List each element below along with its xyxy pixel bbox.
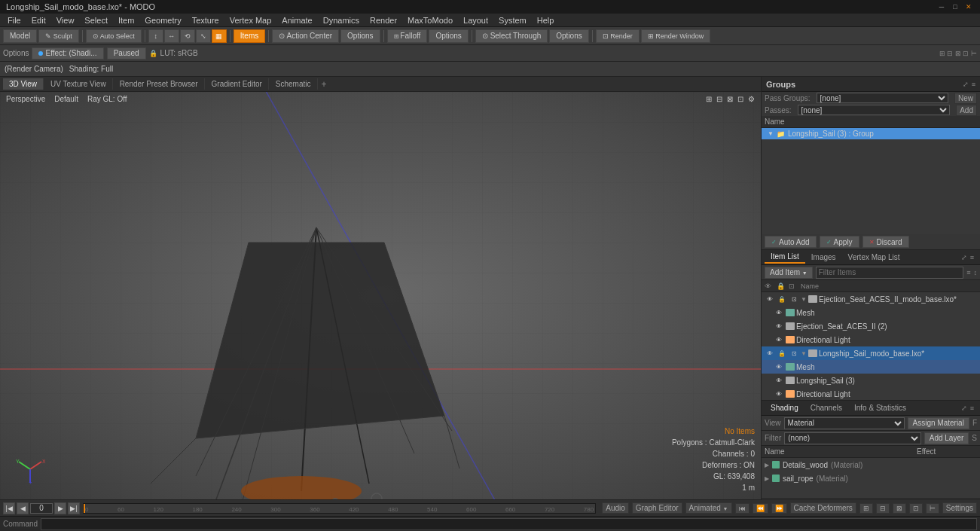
- tab-schematic[interactable]: Schematic: [270, 78, 318, 90]
- tab-uv-texture[interactable]: UV Texture View: [44, 78, 113, 90]
- auto-add-button[interactable]: ✓ Auto Add: [765, 236, 817, 248]
- item-ejection-seat-group[interactable]: 👁 🔒 ⊡ ▼ Ejection_Seat_ACES_II_modo_base.…: [762, 292, 980, 306]
- groups-expand-icon[interactable]: ⤢: [963, 81, 969, 88]
- menu-layout[interactable]: Layout: [459, 15, 493, 26]
- menu-dynamics[interactable]: Dynamics: [319, 15, 364, 26]
- falloff-button[interactable]: ⧆ Falloff: [387, 29, 428, 43]
- tab-gradient-editor[interactable]: Gradient Editor: [206, 78, 269, 90]
- action-center-button[interactable]: ⊙ Action Center: [272, 29, 339, 43]
- item-mesh-1[interactable]: 👁 Mesh: [762, 306, 980, 319]
- transform-btn-4[interactable]: ⤡: [196, 29, 211, 43]
- animated-button[interactable]: Animated ▼: [685, 502, 732, 514]
- menu-animate[interactable]: Animate: [277, 15, 316, 26]
- passes-select[interactable]: [none]: [798, 105, 951, 115]
- transform-btn-3[interactable]: ⟲: [180, 29, 195, 43]
- menu-vertex-map[interactable]: Vertex Map: [225, 15, 276, 26]
- timeline-frame-input[interactable]: [30, 503, 53, 514]
- timeline-prev-button[interactable]: ◀: [17, 502, 29, 514]
- eye-icon-6[interactable]: 👁: [774, 364, 784, 371]
- menu-max-to-modo[interactable]: MaxToModo: [403, 15, 457, 26]
- maximize-button[interactable]: □: [950, 2, 960, 12]
- shading-options-icon[interactable]: ≡: [970, 404, 974, 412]
- transport-icons-3[interactable]: ⏩: [771, 503, 787, 514]
- shading-item-details-wood[interactable]: ▶ Details_wood (Material): [762, 458, 980, 471]
- menu-view[interactable]: View: [52, 15, 79, 26]
- close-button[interactable]: ✕: [963, 2, 974, 12]
- discard-button[interactable]: ✕ Discard: [862, 236, 909, 248]
- transform-btn-1[interactable]: ↕: [148, 29, 163, 43]
- command-input[interactable]: [41, 518, 977, 530]
- add-item-button[interactable]: Add Item ▼: [765, 267, 813, 279]
- paused-button[interactable]: Paused: [107, 47, 146, 60]
- effect-button[interactable]: Effect: (Shadi...: [32, 47, 103, 60]
- shading-item-sail-rope[interactable]: ▶ sail_rope (Material): [762, 471, 980, 485]
- new-button[interactable]: New: [954, 93, 977, 104]
- eye-icon-1[interactable]: 👁: [765, 296, 775, 303]
- audio-button[interactable]: Audio: [602, 502, 629, 514]
- viewport-icon-4[interactable]: ⊡: [737, 95, 743, 103]
- timeline-start-button[interactable]: |◀: [3, 502, 15, 514]
- eye-icon-3[interactable]: 👁: [774, 323, 784, 330]
- eye-icon-4[interactable]: 👁: [774, 337, 784, 343]
- cache-deformers-button[interactable]: Cache Deformers: [790, 502, 856, 514]
- transport-icons-1[interactable]: ⏮: [735, 503, 750, 514]
- menu-geometry[interactable]: Geometry: [140, 15, 185, 26]
- viewport-icon-1[interactable]: ⊞: [706, 95, 712, 103]
- transform-btn-2[interactable]: ↔: [164, 29, 179, 43]
- details-wood-expand-icon[interactable]: ▶: [765, 462, 769, 468]
- view-material-select[interactable]: Material: [784, 417, 905, 429]
- item-list-expand-icon[interactable]: ⤢: [961, 254, 967, 261]
- filter-options-icon[interactable]: ≡: [966, 269, 970, 276]
- add-button[interactable]: Add: [956, 105, 977, 116]
- eye-icon-2[interactable]: 👁: [774, 310, 784, 316]
- lock-icon-2[interactable]: 🔒: [777, 350, 787, 357]
- eye-icon-7[interactable]: 👁: [774, 377, 784, 384]
- eye-icon-8[interactable]: 👁: [774, 391, 784, 398]
- item-ejection-seat-2[interactable]: 👁 Ejection_Seat_ACES_II (2): [762, 319, 980, 333]
- menu-render[interactable]: Render: [365, 15, 401, 26]
- item-mesh-2[interactable]: 👁 Mesh: [762, 360, 980, 374]
- viewport-icon-2[interactable]: ⊟: [716, 95, 722, 103]
- tab-channels[interactable]: Channels: [804, 402, 848, 414]
- expand-icon-1[interactable]: ▼: [801, 296, 807, 303]
- title-bar-controls[interactable]: ─ □ ✕: [936, 2, 974, 12]
- sculpt-mode-button[interactable]: ✎ Sculpt: [38, 29, 79, 43]
- lock-icon-1[interactable]: 🔒: [777, 296, 787, 303]
- timeline-next-button[interactable]: ▶|: [68, 502, 80, 514]
- tab-vertex-map[interactable]: Vertex Map List: [842, 252, 906, 263]
- item-list-options-icon[interactable]: ≡: [970, 254, 974, 261]
- controller-icons-4[interactable]: ⊡: [909, 503, 923, 514]
- tab-item-list[interactable]: Item List: [765, 251, 805, 264]
- menu-help[interactable]: Help: [533, 15, 559, 26]
- tab-info-stats[interactable]: Info & Statistics: [848, 402, 912, 414]
- tab-render-preset[interactable]: Render Preset Browser: [114, 78, 205, 90]
- groups-options-icon[interactable]: ≡: [972, 81, 975, 88]
- render-button[interactable]: ⊡ Render: [596, 29, 640, 43]
- viewport-icon-5[interactable]: ⚙: [748, 95, 755, 103]
- groups-longship-item[interactable]: ▼ 📁 Longship_Sail (3) : Group: [762, 128, 980, 139]
- menu-edit[interactable]: Edit: [27, 15, 50, 26]
- filter-select[interactable]: (none): [784, 432, 921, 444]
- transport-icons-2[interactable]: ⏪: [753, 503, 768, 514]
- timeline-play-button[interactable]: ▶: [54, 502, 66, 514]
- viewport-3d[interactable]: Perspective Default Ray GL: Off ⊞ ⊟ ⊠ ⊡ …: [0, 92, 761, 499]
- options-select-button[interactable]: Options: [549, 29, 588, 43]
- render-window-button[interactable]: ⊞ Render Window: [641, 29, 711, 43]
- render-icon-2[interactable]: ⊡: [789, 350, 799, 357]
- filter-sort-icon[interactable]: ↕: [974, 269, 978, 276]
- menu-system[interactable]: System: [494, 15, 531, 26]
- render-icon-1[interactable]: ⊡: [789, 296, 799, 303]
- graph-editor-button[interactable]: Graph Editor: [632, 502, 682, 514]
- controller-icons[interactable]: ⊞: [859, 503, 873, 514]
- controller-icons-3[interactable]: ⊠: [893, 503, 906, 514]
- minimize-button[interactable]: ─: [936, 2, 947, 12]
- item-longship-group[interactable]: 👁 🔒 ⊡ ▼ Longship_Sail_modo_base.lxo*: [762, 346, 980, 360]
- menu-file[interactable]: File: [3, 15, 26, 26]
- tab-3d-view[interactable]: 3D View: [3, 78, 44, 90]
- sail-rope-expand-icon[interactable]: ▶: [765, 475, 769, 482]
- menu-texture[interactable]: Texture: [188, 15, 224, 26]
- menu-select[interactable]: Select: [80, 15, 112, 26]
- timeline-track[interactable]: 0 60 120 180 240 300 360 420 480 540 600…: [83, 503, 596, 514]
- pass-groups-select[interactable]: [none]: [817, 93, 948, 103]
- model-mode-button[interactable]: Model: [3, 29, 37, 43]
